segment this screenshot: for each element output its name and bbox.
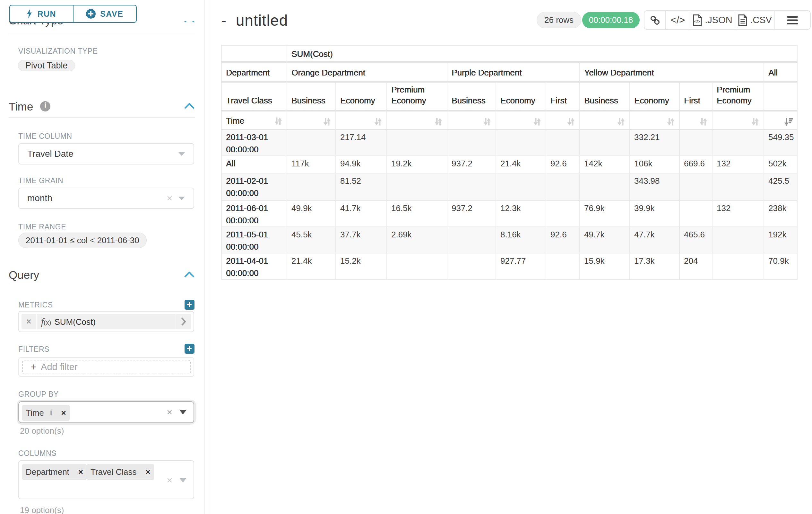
svg-text:</>: </>: [694, 19, 700, 23]
